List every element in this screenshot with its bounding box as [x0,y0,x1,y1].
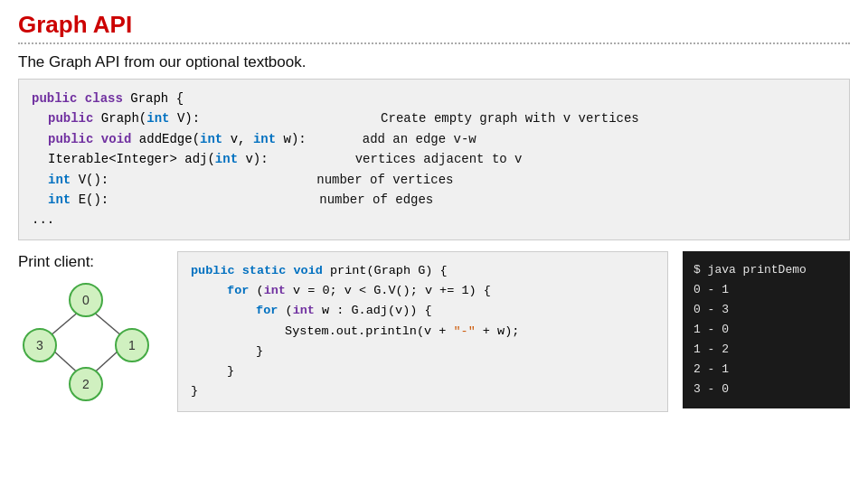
print-line-5: } [191,342,655,361]
terminal-box: $ java printDemo 0 - 1 0 - 3 1 - 0 1 - 2… [683,251,850,409]
bottom-section: Print client: 0 1 2 3 public static void… [18,251,850,412]
code-line-3: public void addEdge(int v, int w): add a… [32,129,836,149]
title-divider [18,42,850,44]
code-line-4: Iterable<Integer> adj(int v): vertices a… [32,149,836,169]
print-line-2: for (int v = 0; v < G.V(); v += 1) { [191,281,655,301]
print-line-4: System.out.println(v + "-" + w); [191,322,655,342]
terminal-line-4: 1 - 2 [693,340,839,360]
terminal-line-2: 0 - 3 [693,300,839,320]
node-0-label: 0 [82,293,90,307]
main-code-box: public class Graph { public Graph(int V)… [18,79,850,240]
code-line-6: int E(): number of edges [32,190,836,210]
print-code-box: public static void print(Graph G) { for … [177,251,668,412]
code-line-5: int V(): number of vertices [32,170,836,190]
page-title: Graph API [18,11,850,39]
node-2-label: 2 [82,377,90,391]
terminal-line-5: 2 - 1 [693,360,839,380]
node-1-label: 1 [128,338,136,352]
terminal-line-1: 0 - 1 [693,280,839,300]
subtitle: The Graph API from our optional textbook… [18,53,850,71]
terminal-line-3: 1 - 0 [693,320,839,340]
code-line-2: public Graph(int V): Create empty graph … [32,108,836,128]
code-line-1: public class Graph { [32,89,836,108]
print-line-7: } [191,381,655,401]
print-line-1: public static void print(Graph G) { [191,261,655,281]
print-line-3: for (int w : G.adj(v)) { [191,301,655,321]
left-panel: Print client: 0 1 2 3 [18,251,163,411]
code-line-7: ... [32,210,836,230]
print-line-6: } [191,361,655,381]
terminal-line-6: 3 - 0 [693,380,839,399]
node-3-label: 3 [36,338,43,352]
terminal-cmd: $ java printDemo [693,260,839,280]
print-label: Print client: [18,251,94,271]
graph-diagram: 0 1 2 3 [18,271,154,411]
